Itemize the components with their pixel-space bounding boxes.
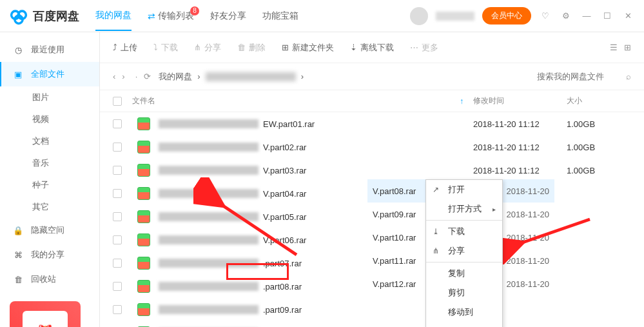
menu-download[interactable]: ⤓下载 bbox=[426, 222, 502, 241]
share-button[interactable]: ⋔分享 bbox=[194, 42, 221, 54]
gear-icon[interactable]: ⚙ bbox=[560, 10, 572, 23]
row-checkbox[interactable] bbox=[113, 166, 122, 175]
offline-button[interactable]: ⇣离线下载 bbox=[350, 42, 394, 54]
file-row[interactable]: .part09.rar bbox=[100, 298, 644, 321]
sidebar-sub-docs[interactable]: 文档 bbox=[0, 130, 99, 152]
row-checkbox[interactable] bbox=[113, 212, 122, 221]
download-button[interactable]: ⤵下载 bbox=[153, 42, 178, 54]
table-header: 文件名↑ 修改时间 大小 bbox=[100, 90, 644, 112]
sort-icon[interactable]: ↑ bbox=[460, 97, 463, 106]
context-menu: ↗打开 打开方式▸ ⤓下载 ⋔分享 复制 剪切 移动到 推送到设备 🗑删除 重命… bbox=[425, 179, 503, 327]
sidebar-item-recent[interactable]: ◷最近使用 bbox=[0, 37, 99, 62]
select-all-checkbox[interactable] bbox=[113, 97, 122, 106]
chevron-right-icon: ▸ bbox=[493, 206, 496, 213]
menu-push[interactable]: 推送到设备 bbox=[426, 322, 502, 327]
filename-suffix: V.part04.rar bbox=[263, 189, 306, 199]
sp-date: 2018-11-20 bbox=[507, 279, 550, 289]
upload-icon: ⤴ bbox=[113, 43, 117, 52]
qr-promo[interactable]: 🎁 bbox=[0, 292, 99, 327]
more-button[interactable]: ⋯更多 bbox=[410, 42, 438, 54]
archive-icon bbox=[137, 141, 150, 154]
file-date: 2018-11-20 11:12 bbox=[473, 143, 567, 152]
filename-blurred bbox=[159, 143, 259, 152]
tab-mydisk[interactable]: 我的网盘 bbox=[95, 1, 132, 31]
menu-copy[interactable]: 复制 bbox=[426, 264, 502, 283]
row-checkbox[interactable] bbox=[113, 189, 122, 198]
logo: 百度网盘 bbox=[10, 7, 79, 25]
sidebar-item-myshare[interactable]: ⌘我的分享 bbox=[0, 243, 99, 267]
refresh-icon[interactable]: ⟳ bbox=[144, 72, 151, 81]
menu-open-with[interactable]: 打开方式▸ bbox=[426, 199, 502, 219]
filename-suffix: V.part06.rar bbox=[263, 235, 306, 245]
sidebar-sub-music[interactable]: 音乐 bbox=[0, 152, 99, 174]
file-date: 2018-11-20 11:12 bbox=[473, 166, 567, 175]
col-date-header[interactable]: 修改时间 bbox=[473, 95, 567, 106]
newfolder-button[interactable]: ⊞新建文件夹 bbox=[282, 42, 334, 54]
breadcrumb-root[interactable]: 我的网盘 bbox=[159, 71, 192, 83]
menu-open[interactable]: ↗打开 bbox=[426, 180, 502, 199]
maximize-icon[interactable]: ☐ bbox=[601, 10, 614, 23]
transfer-badge: 8 bbox=[190, 6, 199, 15]
menu-share[interactable]: ⋔分享 bbox=[426, 241, 502, 261]
tab-friends[interactable]: 好友分享 bbox=[210, 1, 246, 31]
sp-date: 2018-11-20 bbox=[507, 256, 550, 266]
file-row[interactable]: V.part03.rar 2018-11-20 11:12 1.00GB bbox=[100, 159, 644, 182]
filename-suffix: .part08.rar bbox=[263, 282, 302, 292]
share-icon: ⋔ bbox=[433, 246, 442, 255]
search-icon[interactable]: ⌕ bbox=[626, 72, 631, 81]
vip-button[interactable]: 会员中心 bbox=[482, 7, 531, 25]
row-checkbox[interactable] bbox=[113, 143, 122, 152]
avatar[interactable] bbox=[410, 7, 428, 25]
tab-tools[interactable]: 功能宝箱 bbox=[262, 1, 298, 31]
list-view-icon[interactable]: ☰ bbox=[610, 43, 618, 52]
upload-button[interactable]: ⤴上传 bbox=[113, 42, 137, 54]
filename-blurred bbox=[159, 259, 259, 268]
sidebar-item-hidden[interactable]: 🔒隐藏空间 bbox=[0, 218, 99, 243]
breadcrumb: ‹ › · ⟳ 我的网盘 › › ⌕ bbox=[100, 63, 644, 90]
close-icon[interactable]: ✕ bbox=[621, 10, 634, 23]
breadcrumb-path: 我的网盘 › › bbox=[159, 71, 304, 83]
archive-icon bbox=[137, 303, 150, 316]
logo-icon bbox=[10, 7, 28, 25]
delete-icon: 🗑 bbox=[237, 43, 246, 52]
notif-icon[interactable]: ♡ bbox=[539, 10, 552, 23]
sidebar-sub-images[interactable]: 图片 bbox=[0, 86, 99, 108]
menu-move-to[interactable]: 移动到 bbox=[426, 302, 502, 322]
forward-icon[interactable]: › bbox=[122, 72, 124, 81]
row-checkbox[interactable] bbox=[113, 119, 122, 128]
share-icon: ⋔ bbox=[194, 43, 201, 52]
delete-button[interactable]: 🗑删除 bbox=[237, 42, 266, 54]
row-checkbox[interactable] bbox=[113, 305, 122, 314]
share-icon: ⌘ bbox=[13, 250, 23, 260]
menu-cut[interactable]: 剪切 bbox=[426, 283, 502, 302]
sp-date: 2018-11-20 bbox=[507, 233, 550, 243]
file-row[interactable]: .part10.rar bbox=[100, 321, 644, 327]
row-checkbox[interactable] bbox=[113, 259, 122, 268]
open-icon: ↗ bbox=[433, 185, 442, 194]
filename-suffix: EW.part01.rar bbox=[263, 119, 315, 129]
file-row[interactable]: V.part02.rar 2018-11-20 11:12 1.00GB bbox=[100, 135, 644, 159]
download-icon: ⤓ bbox=[433, 227, 442, 236]
minimize-icon[interactable]: — bbox=[580, 10, 593, 23]
sidebar-sub-torrent[interactable]: 种子 bbox=[0, 174, 99, 196]
app-header: 百度网盘 我的网盘 ⇄传输列表8 好友分享 功能宝箱 会员中心 ♡ ⚙ — ☐ … bbox=[0, 0, 644, 32]
sidebar-sub-video[interactable]: 视频 bbox=[0, 108, 99, 130]
filename-blurred bbox=[159, 235, 259, 244]
sidebar-item-allfiles[interactable]: ▣全部文件 bbox=[0, 62, 99, 86]
menu-divider bbox=[426, 262, 502, 263]
file-row[interactable]: EW.part01.rar 2018-11-20 11:12 1.00GB bbox=[100, 112, 644, 135]
row-checkbox[interactable] bbox=[113, 282, 122, 291]
sp-date: 2018-11-20 bbox=[507, 210, 550, 219]
back-icon[interactable]: ‹ bbox=[113, 72, 115, 81]
archive-icon bbox=[137, 187, 150, 200]
sidebar-item-trash[interactable]: 🗑回收站 bbox=[0, 267, 99, 292]
grid-view-icon[interactable]: ⊞ bbox=[624, 43, 631, 52]
row-checkbox[interactable] bbox=[113, 235, 122, 244]
col-size-header[interactable]: 大小 bbox=[567, 95, 631, 106]
breadcrumb-folder[interactable] bbox=[206, 72, 296, 81]
search-input[interactable] bbox=[537, 72, 621, 81]
sidebar-sub-other[interactable]: 其它 bbox=[0, 196, 99, 218]
lock-icon: 🔒 bbox=[13, 225, 23, 235]
col-name-header[interactable]: 文件名 bbox=[132, 95, 155, 106]
tab-transfer[interactable]: ⇄传输列表8 bbox=[148, 1, 194, 31]
